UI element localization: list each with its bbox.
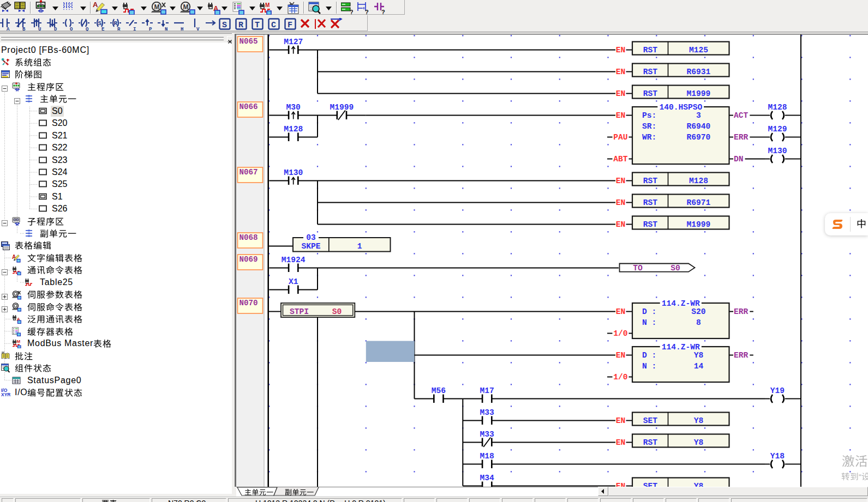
svg-text:ERR: ERR	[734, 307, 749, 316]
svg-text:M127: M127	[284, 38, 303, 46]
svg-text:EN: EN	[616, 438, 626, 447]
svg-text:Y8: Y8	[694, 416, 704, 425]
svg-text:ACT: ACT	[734, 111, 749, 120]
svg-text:R6970: R6970	[687, 133, 711, 142]
svg-text:M18: M18	[480, 452, 494, 461]
svg-text:N069: N069	[240, 255, 258, 264]
svg-text:TO: TO	[633, 264, 643, 273]
svg-text:M33: M33	[480, 408, 495, 417]
svg-text:M1924: M1924	[282, 256, 306, 264]
svg-text:M17: M17	[480, 386, 494, 395]
svg-text:Y19: Y19	[770, 386, 785, 395]
svg-text:RST: RST	[643, 89, 658, 98]
svg-text:S0: S0	[671, 264, 680, 273]
svg-text:R6971: R6971	[687, 198, 711, 207]
svg-text:EN: EN	[616, 46, 626, 55]
svg-text:D :: D :	[642, 351, 656, 360]
svg-text:M: M	[265, 2, 270, 8]
svg-text:M1999: M1999	[330, 103, 354, 112]
svg-text:M125: M125	[689, 46, 708, 55]
svg-text:03: 03	[306, 233, 316, 242]
svg-text:N065: N065	[240, 37, 258, 46]
svg-text:ERR: ERR	[734, 133, 749, 142]
svg-text:M56: M56	[432, 386, 446, 395]
svg-text:R: R	[238, 21, 243, 30]
svg-text:114.Z-WR: 114.Z-WR	[662, 299, 700, 308]
svg-text:M130: M130	[284, 168, 303, 177]
svg-text:EN: EN	[616, 482, 626, 487]
svg-text:R6931: R6931	[687, 68, 711, 76]
svg-text:EN: EN	[616, 416, 626, 425]
svg-text:?: ?	[365, 9, 369, 15]
svg-text:1/0: 1/0	[613, 329, 627, 338]
svg-text:M128: M128	[768, 103, 787, 112]
svg-text:S0: S0	[332, 307, 342, 316]
svg-text:Y8: Y8	[694, 482, 704, 487]
svg-text:T: T	[255, 21, 260, 30]
svg-text:M128: M128	[284, 125, 303, 134]
svg-text:RST: RST	[643, 46, 658, 55]
svg-text:R6940: R6940	[687, 122, 711, 131]
svg-text:N070: N070	[240, 299, 258, 307]
svg-text:1/0: 1/0	[613, 373, 627, 382]
svg-text:SR:: SR:	[642, 122, 656, 131]
svg-text:Ps:: Ps:	[642, 111, 656, 120]
svg-text:140.HSPSO: 140.HSPSO	[659, 103, 702, 112]
svg-text:S20: S20	[691, 307, 705, 316]
svg-text:SKPE: SKPE	[301, 242, 320, 251]
svg-text:C: C	[271, 21, 276, 30]
svg-text:3: 3	[696, 111, 701, 120]
svg-text:M34: M34	[480, 474, 495, 482]
svg-text:Y18: Y18	[770, 452, 785, 461]
svg-text:STPI: STPI	[290, 307, 309, 316]
svg-text:M130: M130	[768, 147, 787, 155]
svg-text:ABT: ABT	[613, 155, 628, 164]
svg-text:N :: N :	[642, 318, 656, 327]
svg-text:?: ?	[381, 9, 385, 15]
svg-text:WR:: WR:	[642, 133, 656, 142]
svg-text:SET: SET	[643, 482, 658, 487]
svg-text:ERR: ERR	[734, 351, 749, 360]
svg-text:M1999: M1999	[687, 220, 711, 229]
svg-text:RST: RST	[643, 177, 658, 185]
svg-text:?: ?	[350, 9, 353, 15]
svg-text:XYR: XYR	[1, 392, 10, 397]
svg-text:M129: M129	[768, 125, 787, 134]
svg-text:EN: EN	[616, 89, 626, 98]
svg-text:N066: N066	[240, 102, 258, 111]
svg-text:EN: EN	[616, 220, 626, 229]
svg-text:8: 8	[696, 318, 701, 327]
svg-text:EN: EN	[616, 177, 626, 185]
svg-text:DN: DN	[734, 155, 744, 164]
svg-text:EN: EN	[616, 351, 626, 360]
svg-text:M33: M33	[480, 430, 495, 439]
svg-text:EN: EN	[616, 307, 626, 316]
svg-text:EN: EN	[616, 198, 626, 207]
svg-text:M30: M30	[286, 103, 301, 112]
svg-text:F: F	[288, 21, 292, 30]
svg-text:M1999: M1999	[687, 89, 711, 98]
svg-text:114.Z-WR: 114.Z-WR	[662, 343, 700, 352]
svg-text:RST: RST	[643, 68, 658, 76]
svg-text:D :: D :	[642, 307, 656, 316]
svg-text:PAU: PAU	[613, 133, 627, 142]
svg-text:1: 1	[357, 242, 362, 251]
svg-text:SET: SET	[643, 416, 658, 425]
svg-text:N :: N :	[642, 362, 656, 371]
svg-text:EN: EN	[616, 111, 626, 120]
svg-text:Y8: Y8	[694, 351, 704, 360]
svg-text:M128: M128	[689, 177, 708, 185]
svg-text:RST: RST	[643, 220, 658, 229]
svg-text:Y8: Y8	[694, 438, 704, 447]
svg-text:RST: RST	[643, 198, 658, 207]
svg-text:14: 14	[694, 362, 704, 371]
svg-text:RST: RST	[643, 438, 658, 447]
svg-text:EN: EN	[616, 68, 626, 76]
svg-text:N068: N068	[240, 233, 258, 242]
svg-text:N067: N067	[240, 168, 258, 177]
svg-text:X1: X1	[289, 277, 298, 286]
svg-text:M: M	[17, 339, 21, 344]
